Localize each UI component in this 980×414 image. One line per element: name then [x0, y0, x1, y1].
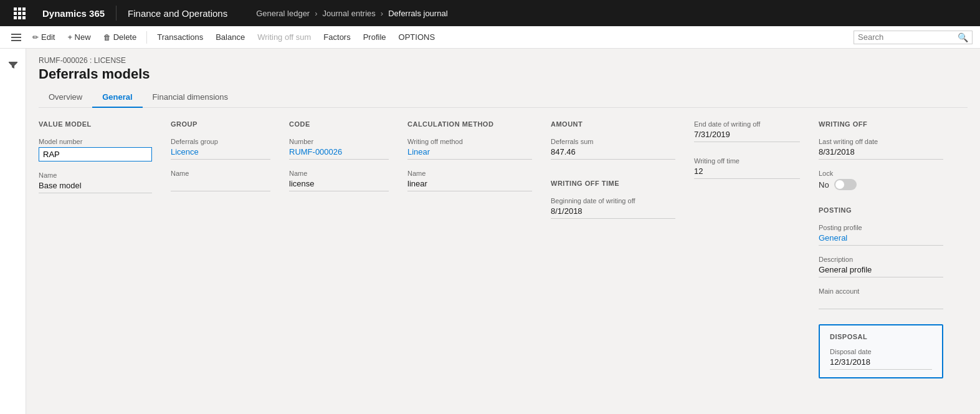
- calc-name-value: linear: [407, 179, 532, 191]
- section-amount-wot: AMOUNT Deferrals sum 847.46 WRITING OFF …: [551, 120, 675, 229]
- balance-button[interactable]: Balance: [211, 30, 250, 44]
- toolbar: ✏ Edit + New 🗑 Delete Transactions Balan…: [0, 26, 980, 49]
- breadcrumb-dj: Deferrals journal: [388, 9, 447, 18]
- section-group: GROUP Deferrals group Licence Name: [171, 120, 270, 201]
- posting-profile-value[interactable]: General: [819, 233, 943, 246]
- sidebar-filter-icon[interactable]: [2, 54, 24, 76]
- breadcrumb-gl[interactable]: General ledger: [256, 9, 310, 18]
- writing-off-header: WRITING OFF: [819, 120, 943, 130]
- field-posting-profile: Posting profile General: [819, 224, 943, 246]
- lock-value: No: [819, 180, 829, 190]
- field-deferrals-group: Deferrals group Licence: [171, 138, 270, 160]
- edit-button[interactable]: ✏ Edit: [27, 30, 60, 44]
- wot-header: WRITING OFF TIME: [551, 180, 675, 190]
- section-code: CODE Number RUMF-000026 Name license: [289, 120, 389, 201]
- disposal-date-value: 12/31/2018: [830, 357, 932, 370]
- group-name-value: [171, 179, 270, 191]
- writing-off-time-section: WRITING OFF TIME Beginning date of writi…: [551, 180, 675, 229]
- value-model-name-value: Base model: [39, 181, 152, 193]
- field-model-number: Model number: [39, 138, 152, 161]
- field-calc-name: Name linear: [407, 170, 532, 191]
- tabs: Overview General Financial dimensions: [39, 87, 968, 108]
- model-number-input[interactable]: [39, 147, 152, 161]
- page-title: Deferrals models: [39, 66, 968, 82]
- writing-off-time-value: 12: [694, 166, 800, 179]
- beginning-date-value: 8/1/2018: [551, 206, 675, 219]
- search-input[interactable]: [858, 32, 958, 42]
- code-name-value: license: [289, 179, 389, 191]
- breadcrumb-sep1: ›: [315, 9, 317, 18]
- edit-icon: ✏: [32, 33, 39, 42]
- toolbar-sep1: [146, 31, 147, 44]
- layout: RUMF-000026 : LICENSE Deferrals models O…: [0, 49, 980, 414]
- options-button[interactable]: OPTIONS: [394, 30, 440, 44]
- field-code-name: Name license: [289, 170, 389, 191]
- app-title: Dynamics 365: [32, 8, 115, 19]
- page-subtitle: RUMF-000026 : LICENSE: [39, 56, 968, 65]
- field-writing-off-time: Writing off time 12: [694, 157, 800, 179]
- section-writing-off-posting: WRITING OFF Last writing off date 8/31/2…: [819, 120, 943, 378]
- search-box[interactable]: 🔍: [854, 31, 973, 44]
- end-date-value: 7/31/2019: [694, 130, 800, 142]
- deferrals-sum-value: 847.46: [551, 147, 675, 160]
- profile-button[interactable]: Profile: [358, 30, 391, 44]
- breadcrumb-je[interactable]: Journal entries: [323, 9, 376, 18]
- apps-grid-icon: [14, 7, 26, 19]
- posting-section: POSTING Posting profile General Descript…: [819, 206, 943, 319]
- sidebar: [0, 49, 26, 414]
- main-account-value: [819, 297, 943, 309]
- section-value-model: VALUE MODEL Model number Name Base model: [39, 120, 152, 203]
- module-title: Finance and Operations: [118, 8, 237, 19]
- group-header: GROUP: [171, 120, 270, 130]
- field-lock: Lock No: [819, 170, 943, 190]
- disposal-section: DISPOSAL Disposal date 12/31/2018: [819, 324, 943, 378]
- field-writing-off-method: Writing off method Linear: [407, 138, 532, 160]
- transactions-button[interactable]: Transactions: [152, 30, 208, 44]
- writing-off-sum-button[interactable]: Writing off sum: [252, 30, 316, 44]
- delete-button[interactable]: 🗑 Delete: [98, 30, 142, 44]
- section-end-date: End date of writing off 7/31/2019 Writin…: [694, 120, 800, 189]
- lock-toggle-switch[interactable]: [834, 179, 857, 190]
- search-icon: 🔍: [958, 32, 968, 42]
- breadcrumb-sep2: ›: [381, 9, 383, 18]
- factors-button[interactable]: Factors: [318, 30, 355, 44]
- field-posting-description: Description General profile: [819, 256, 943, 277]
- field-deferrals-sum: Deferrals sum 847.46: [551, 138, 675, 160]
- section-calculation-method: CALCULATION METHOD Writing off method Li…: [407, 120, 532, 201]
- delete-icon: 🗑: [103, 33, 111, 42]
- last-writing-off-date-value: 8/31/2018: [819, 147, 943, 160]
- lock-toggle: No: [819, 179, 943, 190]
- field-main-account: Main account: [819, 287, 943, 309]
- code-number-value[interactable]: RUMF-000026: [289, 147, 389, 160]
- field-group-name: Name: [171, 170, 270, 191]
- breadcrumb: General ledger › Journal entries › Defer…: [237, 9, 447, 18]
- calc-method-header: CALCULATION METHOD: [407, 120, 532, 130]
- nav-divider: [116, 6, 117, 21]
- form-content: VALUE MODEL Model number Name Base model…: [39, 120, 968, 378]
- apps-button[interactable]: [6, 0, 32, 26]
- top-bar: Dynamics 365 Finance and Operations Gene…: [0, 0, 980, 26]
- tab-overview[interactable]: Overview: [39, 87, 92, 108]
- value-model-header: VALUE MODEL: [39, 120, 152, 130]
- field-disposal-date: Disposal date 12/31/2018: [830, 348, 932, 370]
- tab-general[interactable]: General: [92, 87, 142, 108]
- field-value-model-name: Name Base model: [39, 171, 152, 193]
- amount-header: AMOUNT: [551, 120, 675, 130]
- new-button[interactable]: + New: [62, 30, 95, 44]
- deferrals-group-value[interactable]: Licence: [171, 147, 270, 160]
- field-end-date: End date of writing off 7/31/2019: [694, 120, 800, 142]
- hamburger-button[interactable]: [7, 30, 25, 45]
- page-header: RUMF-000026 : LICENSE Deferrals models: [39, 49, 968, 87]
- field-number: Number RUMF-000026: [289, 138, 389, 160]
- posting-description-value: General profile: [819, 265, 943, 277]
- writing-off-method-value[interactable]: Linear: [407, 147, 532, 160]
- posting-header: POSTING: [819, 206, 943, 216]
- field-beginning-date: Beginning date of writing off 8/1/2018: [551, 197, 675, 219]
- field-last-writing-off-date: Last writing off date 8/31/2018: [819, 138, 943, 160]
- main-content: RUMF-000026 : LICENSE Deferrals models O…: [26, 49, 980, 414]
- code-header: CODE: [289, 120, 389, 130]
- disposal-header: DISPOSAL: [830, 333, 932, 343]
- tab-financial-dimensions[interactable]: Financial dimensions: [143, 87, 238, 108]
